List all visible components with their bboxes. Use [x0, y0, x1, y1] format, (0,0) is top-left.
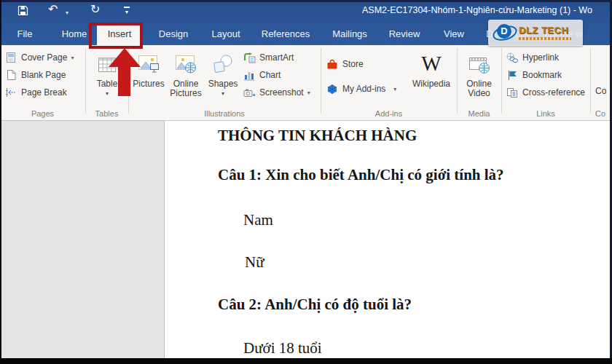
bookmark-label: Bookmark	[522, 70, 562, 80]
window-frame-bottom	[0, 358, 612, 364]
page-break-label: Page Break	[21, 87, 67, 98]
hyperlink-icon	[506, 52, 519, 63]
shapes-button[interactable]: Shapes ▾	[205, 48, 241, 97]
my-add-ins-dropdown-icon: ▾	[393, 86, 396, 92]
pictures-label: Pictures	[130, 79, 168, 89]
save-icon[interactable]	[17, 5, 28, 19]
shapes-icon	[205, 48, 241, 74]
group-separator	[457, 48, 458, 114]
redo-icon[interactable]: ↻	[90, 4, 100, 15]
bookmark-icon	[506, 70, 519, 80]
wikipedia-button[interactable]: W Wikipedia	[409, 48, 453, 89]
tab-mailings[interactable]: Mailings	[328, 23, 372, 45]
doc-question2: Câu 2: Anh/Chị có độ tuổi là?	[218, 296, 412, 314]
cross-reference-button[interactable]: Cross-reference	[506, 85, 585, 100]
screenshot-dropdown-icon: ▾	[307, 90, 310, 96]
screenshot-icon	[243, 87, 256, 98]
online-pictures-button[interactable]: OnlinePictures	[168, 48, 204, 98]
window-frame-top	[0, 0, 612, 2]
insert-ribbon: Cover Page ▾ Blank Page Page Break Pages…	[0, 45, 612, 121]
shapes-dropdown-icon: ▾	[205, 90, 241, 97]
tab-file[interactable]: File	[9, 23, 41, 45]
illustrations-group-label: Illustrations	[128, 109, 321, 118]
document-page[interactable]: THÔNG TIN KHÁCH HÀNG Câu 1: Xin cho biết…	[164, 121, 612, 364]
group-separator	[590, 48, 591, 114]
store-button[interactable]: Store	[326, 57, 364, 71]
media-group-label: Media	[457, 109, 501, 118]
hyperlink-label: Hyperlink	[522, 52, 559, 63]
dlz-tech-watermark: D DLZ TECH	[488, 20, 583, 46]
hyperlink-button[interactable]: Hyperlink	[506, 50, 559, 65]
wikipedia-icon: W	[409, 48, 453, 74]
shapes-label: Shapes	[205, 79, 241, 89]
tab-home[interactable]: Home	[57, 23, 92, 45]
undo-icon[interactable]: ↶	[48, 4, 58, 15]
doc-question1: Câu 1: Xin cho biết Anh/Chị có giới tính…	[218, 166, 504, 184]
add-ins-group-label: Add-ins	[321, 109, 457, 118]
page-break-icon	[4, 87, 17, 98]
smartart-button[interactable]: SmartArt	[243, 50, 294, 65]
tab-design[interactable]: Design	[153, 23, 194, 45]
bookmark-button[interactable]: Bookmark	[506, 68, 562, 82]
my-add-ins-button[interactable]: My Add-ins ▾	[326, 82, 396, 96]
blank-page-label: Blank Page	[21, 70, 66, 80]
wikipedia-label: Wikipedia	[409, 79, 453, 89]
online-video-icon	[458, 48, 500, 74]
chart-icon	[243, 69, 256, 81]
tables-group-label: Tables	[85, 109, 128, 118]
store-icon	[326, 59, 339, 70]
watermark-brand-text: DLZ TECH	[519, 25, 571, 35]
cover-page-dropdown-icon: ▾	[71, 55, 74, 61]
tab-review[interactable]: Review	[385, 23, 424, 45]
smartart-icon	[243, 52, 256, 63]
chart-label: Chart	[259, 70, 280, 80]
doc-heading: THÔNG TIN KHÁCH HÀNG	[218, 127, 417, 145]
online-video-button[interactable]: OnlineVideo	[458, 48, 500, 98]
doc-option-nu: Nữ	[245, 253, 264, 272]
smartart-label: SmartArt	[259, 52, 294, 63]
group-separator	[321, 48, 321, 114]
red-arrow-shaft	[118, 66, 130, 96]
chart-button[interactable]: Chart	[243, 68, 280, 82]
cover-page-button[interactable]: Cover Page ▾	[4, 50, 74, 65]
insert-tab-highlight-box	[89, 23, 143, 49]
blank-page-icon	[4, 69, 17, 81]
document-workspace: THÔNG TIN KHÁCH HÀNG Câu 1: Xin cho biết…	[0, 121, 612, 364]
page-break-button[interactable]: Page Break	[4, 85, 67, 100]
pages-group-label: Pages	[0, 109, 85, 118]
window-frame-left	[0, 0, 1, 364]
cover-page-label: Cover Page	[21, 52, 67, 63]
doc-option-nam: Nam	[243, 211, 273, 229]
tab-references[interactable]: References	[258, 23, 313, 45]
window-title: ASM2-EC17304-Nhóm-1-Nghiên-cứu-Marketing…	[362, 5, 592, 15]
cross-reference-icon	[506, 87, 519, 98]
cover-page-icon	[4, 52, 17, 63]
doc-option-duoi18: Dưới 18 tuổi	[243, 339, 322, 357]
watermark-tagline	[519, 37, 571, 40]
dlz-tech-logo-icon: D	[493, 23, 517, 42]
screenshot-label: Screenshot	[259, 87, 304, 98]
tab-view[interactable]: View	[439, 23, 469, 45]
screenshot-button[interactable]: Screenshot ▾	[243, 85, 310, 100]
tab-layout[interactable]: Layout	[206, 23, 246, 45]
undo-dropdown-icon[interactable]: ▾	[66, 9, 68, 16]
my-add-ins-icon	[326, 84, 339, 95]
online-pictures-label: OnlinePictures	[168, 79, 204, 98]
group-separator	[501, 48, 502, 114]
customize-qat-icon[interactable]: ▾	[124, 7, 130, 15]
store-label: Store	[342, 59, 364, 69]
online-video-label: OnlineVideo	[458, 79, 500, 98]
red-arrow-icon	[109, 48, 141, 67]
comment-button[interactable]: Co	[595, 87, 606, 96]
word-window: ↶ ▾ ↻ ▾ ASM2-EC17304-Nhóm-1-Nghiên-cứu-M…	[0, 0, 612, 364]
links-group-label: Links	[501, 109, 590, 118]
cross-reference-label: Cross-reference	[522, 87, 585, 98]
my-add-ins-label: My Add-ins	[342, 84, 385, 94]
blank-page-button[interactable]: Blank Page	[4, 68, 66, 82]
online-pictures-icon	[168, 48, 204, 74]
